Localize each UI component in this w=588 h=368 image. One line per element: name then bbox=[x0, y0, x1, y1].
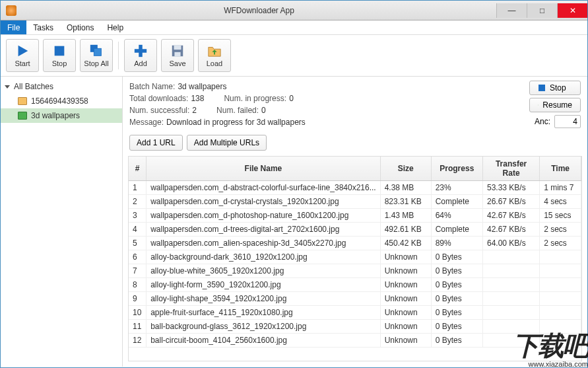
menu-tasks[interactable]: Tasks bbox=[26, 20, 60, 34]
table-row[interactable]: 11ball-background-glass_3612_1920x1200.j… bbox=[129, 320, 581, 334]
start-label: Start bbox=[15, 59, 30, 67]
tree-item-1[interactable]: 3d wallpapers bbox=[1, 108, 122, 123]
tree-root[interactable]: All Batches bbox=[1, 79, 122, 94]
tree-item-0[interactable]: 1564694439358 bbox=[1, 94, 122, 108]
url-buttons: Add 1 URL Add Multiple URLs bbox=[123, 131, 587, 156]
maximize-button[interactable]: □ bbox=[527, 3, 557, 18]
svg-rect-9 bbox=[539, 85, 545, 91]
start-button[interactable]: Start bbox=[6, 39, 39, 72]
cell-n: 10 bbox=[129, 306, 147, 320]
cell-size: Unknown bbox=[380, 306, 431, 320]
add-multiple-urls-button[interactable]: Add Multiple URLs bbox=[187, 135, 267, 151]
cell-prog: 23% bbox=[431, 181, 482, 195]
table-row[interactable]: 6alloy-background-dark_3610_1920x1200.jp… bbox=[129, 250, 581, 264]
table-row[interactable]: 5wallpapersden.com_alien-spaceship-3d_34… bbox=[129, 237, 581, 250]
stop-label: Stop bbox=[52, 59, 67, 67]
cell-n: 2 bbox=[129, 195, 147, 209]
total-val: 138 bbox=[191, 94, 204, 103]
save-button[interactable]: Save bbox=[161, 39, 194, 72]
cell-time bbox=[540, 320, 581, 334]
cell-n: 6 bbox=[129, 250, 147, 264]
minimize-button[interactable]: — bbox=[496, 3, 527, 18]
table-row[interactable]: 8alloy-light-form_3590_1920x1200.jpgUnkn… bbox=[129, 278, 581, 292]
batch-resume-label: Resume bbox=[542, 100, 572, 110]
table-row[interactable]: 1wallpapersden.com_d-abstract-colorful-s… bbox=[129, 181, 581, 195]
cell-time bbox=[540, 292, 581, 306]
stop-button[interactable]: Stop bbox=[43, 39, 76, 72]
cell-time bbox=[540, 264, 581, 278]
batch-info: Batch Name:3d wallpapers Total downloads… bbox=[123, 77, 587, 131]
cell-rate: 53.33 KB/s bbox=[482, 181, 539, 195]
anc-input[interactable] bbox=[554, 115, 581, 128]
cell-name: wallpapersden.com_d-photoshop-nature_160… bbox=[147, 209, 381, 223]
col-size[interactable]: Size bbox=[380, 157, 431, 181]
cell-time: 15 secs bbox=[540, 209, 581, 223]
refresh-icon bbox=[538, 101, 539, 109]
cell-name: apple-fruit-surface_4115_1920x1080.jpg bbox=[147, 306, 381, 320]
cell-size: Unknown bbox=[380, 264, 431, 278]
stopall-label: Stop All bbox=[84, 59, 108, 67]
table-row[interactable]: 12ball-circuit-boom_4104_2560x1600.jpgUn… bbox=[129, 334, 581, 348]
cell-name: wallpapersden.com_alien-spaceship-3d_340… bbox=[147, 237, 381, 250]
batch-icon bbox=[18, 97, 27, 105]
stop-small-icon bbox=[538, 84, 546, 92]
load-button[interactable]: Load bbox=[198, 39, 231, 72]
cell-time: 4 secs bbox=[540, 195, 581, 209]
cell-prog: 0 Bytes bbox=[431, 306, 482, 320]
cell-n: 12 bbox=[129, 334, 147, 348]
folder-icon bbox=[207, 44, 222, 58]
col-progress[interactable]: Progress bbox=[431, 157, 482, 181]
sidebar: All Batches 1564694439358 3d wallpapers bbox=[1, 77, 123, 367]
add-1-url-button[interactable]: Add 1 URL bbox=[129, 135, 183, 151]
cell-size: 450.42 KB bbox=[380, 237, 431, 250]
cell-size: Unknown bbox=[380, 320, 431, 334]
table-row[interactable]: 3wallpapersden.com_d-photoshop-nature_16… bbox=[129, 209, 581, 223]
table-row[interactable]: 2wallpapersden.com_d-crystal-crystals_19… bbox=[129, 195, 581, 209]
caret-down-icon bbox=[5, 85, 10, 89]
stopall-button[interactable]: Stop All bbox=[80, 39, 113, 72]
cell-rate: 64.00 KB/s bbox=[482, 237, 539, 250]
cell-rate: 26.67 KB/s bbox=[482, 195, 539, 209]
cell-rate: 42.67 KB/s bbox=[482, 223, 539, 237]
batch-stop-button[interactable]: Stop bbox=[529, 81, 581, 95]
cell-name: ball-circuit-boom_4104_2560x1600.jpg bbox=[147, 334, 381, 348]
load-label: Load bbox=[207, 59, 222, 67]
plus-icon bbox=[133, 44, 148, 58]
tree-item-0-label: 1564694439358 bbox=[31, 96, 88, 106]
col-time[interactable]: Time bbox=[540, 157, 581, 181]
cell-n: 11 bbox=[129, 320, 147, 334]
table-row[interactable]: 9alloy-light-shape_3594_1920x1200.jpgUnk… bbox=[129, 292, 581, 306]
menubar: File Tasks Options Help bbox=[1, 20, 587, 35]
table-row[interactable]: 7alloy-blue-white_3605_1920x1200.jpgUnkn… bbox=[129, 264, 581, 278]
cell-n: 7 bbox=[129, 264, 147, 278]
col-rate[interactable]: Transfer Rate bbox=[482, 157, 539, 181]
cell-time: 2 secs bbox=[540, 223, 581, 237]
batch-name-lbl: Batch Name: bbox=[129, 82, 175, 91]
col-name[interactable]: File Name bbox=[147, 157, 381, 181]
menu-options[interactable]: Options bbox=[60, 20, 100, 34]
table-row[interactable]: 4wallpapersden.com_d-trees-digital-art_2… bbox=[129, 223, 581, 237]
downloads-table-wrap[interactable]: # File Name Size Progress Transfer Rate … bbox=[128, 156, 582, 361]
cell-rate bbox=[482, 264, 539, 278]
failed-lbl: Num. failed: bbox=[216, 106, 259, 115]
message-val: Download in progress for 3d wallpapers bbox=[166, 118, 306, 127]
window-title: WFDownloader App bbox=[22, 6, 496, 15]
cell-n: 9 bbox=[129, 292, 147, 306]
cell-prog: 0 Bytes bbox=[431, 264, 482, 278]
cell-time bbox=[540, 306, 581, 320]
cell-prog: 0 Bytes bbox=[431, 320, 482, 334]
batch-resume-button[interactable]: Resume bbox=[529, 98, 581, 112]
col-num[interactable]: # bbox=[129, 157, 147, 181]
menu-file[interactable]: File bbox=[1, 20, 26, 34]
table-row[interactable]: 10apple-fruit-surface_4115_1920x1080.jpg… bbox=[129, 306, 581, 320]
anc-row: Anc: bbox=[535, 115, 581, 128]
cell-size: Unknown bbox=[380, 278, 431, 292]
cell-rate bbox=[482, 250, 539, 264]
add-button[interactable]: Add bbox=[124, 39, 157, 72]
save-icon bbox=[170, 44, 185, 58]
close-button[interactable]: ✕ bbox=[557, 3, 587, 18]
svg-rect-3 bbox=[94, 48, 101, 55]
cell-name: alloy-light-shape_3594_1920x1200.jpg bbox=[147, 292, 381, 306]
toolbar-separator bbox=[118, 42, 119, 69]
menu-help[interactable]: Help bbox=[100, 20, 130, 34]
